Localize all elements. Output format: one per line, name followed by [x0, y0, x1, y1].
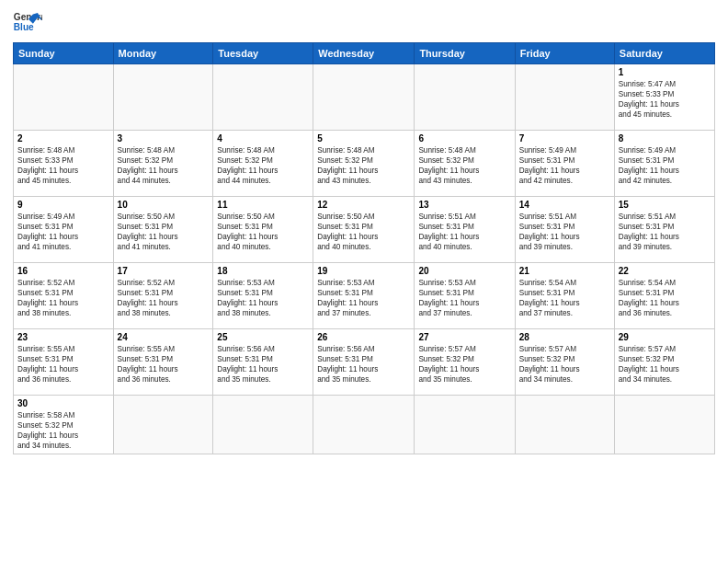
calendar-cell: 20Sunrise: 5:53 AM Sunset: 5:31 PM Dayli…: [415, 263, 515, 329]
calendar-cell: 16Sunrise: 5:52 AM Sunset: 5:31 PM Dayli…: [14, 263, 114, 329]
day-number: 29: [619, 332, 711, 342]
day-info: Sunrise: 5:48 AM Sunset: 5:32 PM Dayligh…: [317, 145, 410, 186]
day-number: 22: [619, 266, 711, 276]
calendar-table: SundayMondayTuesdayWednesdayThursdayFrid…: [13, 42, 715, 454]
day-number: 1: [619, 67, 711, 77]
day-info: Sunrise: 5:47 AM Sunset: 5:33 PM Dayligh…: [619, 79, 711, 120]
week-row-4: 23Sunrise: 5:55 AM Sunset: 5:31 PM Dayli…: [14, 329, 715, 396]
day-info: Sunrise: 5:48 AM Sunset: 5:32 PM Dayligh…: [118, 145, 210, 186]
day-number: 15: [619, 200, 711, 210]
day-number: 17: [118, 266, 210, 276]
calendar-cell: [113, 396, 213, 454]
day-info: Sunrise: 5:50 AM Sunset: 5:31 PM Dayligh…: [317, 212, 410, 252]
day-number: 10: [118, 200, 210, 210]
day-info: Sunrise: 5:48 AM Sunset: 5:32 PM Dayligh…: [418, 145, 510, 186]
day-info: Sunrise: 5:52 AM Sunset: 5:31 PM Dayligh…: [118, 278, 210, 318]
logo: General Blue: [13, 9, 42, 35]
day-info: Sunrise: 5:49 AM Sunset: 5:31 PM Dayligh…: [17, 212, 109, 252]
calendar-cell: 26Sunrise: 5:56 AM Sunset: 5:31 PM Dayli…: [313, 329, 415, 396]
day-info: Sunrise: 5:56 AM Sunset: 5:31 PM Dayligh…: [317, 344, 410, 385]
calendar-cell: [14, 64, 114, 131]
day-info: Sunrise: 5:54 AM Sunset: 5:31 PM Dayligh…: [519, 278, 610, 318]
day-info: Sunrise: 5:51 AM Sunset: 5:31 PM Dayligh…: [619, 212, 711, 252]
day-number: 27: [418, 332, 510, 342]
calendar-cell: 19Sunrise: 5:53 AM Sunset: 5:31 PM Dayli…: [313, 263, 415, 329]
calendar-cell: 15Sunrise: 5:51 AM Sunset: 5:31 PM Dayli…: [614, 197, 714, 263]
weekday-header-row: SundayMondayTuesdayWednesdayThursdayFrid…: [14, 43, 715, 64]
calendar-cell: 5Sunrise: 5:48 AM Sunset: 5:32 PM Daylig…: [313, 131, 415, 197]
calendar-cell: [515, 396, 614, 454]
day-number: 26: [317, 332, 410, 342]
header: General Blue: [13, 9, 715, 35]
day-number: 3: [118, 133, 210, 144]
page: General Blue SundayMondayTuesdayWednesda…: [0, 0, 728, 563]
day-info: Sunrise: 5:55 AM Sunset: 5:31 PM Dayligh…: [17, 344, 109, 385]
day-number: 6: [418, 133, 510, 144]
day-info: Sunrise: 5:52 AM Sunset: 5:31 PM Dayligh…: [17, 278, 109, 318]
calendar-cell: 29Sunrise: 5:57 AM Sunset: 5:32 PM Dayli…: [614, 329, 714, 396]
week-row-0: 1Sunrise: 5:47 AM Sunset: 5:33 PM Daylig…: [14, 64, 715, 131]
day-number: 4: [217, 133, 309, 144]
calendar-cell: 8Sunrise: 5:49 AM Sunset: 5:31 PM Daylig…: [614, 131, 714, 197]
calendar-cell: 14Sunrise: 5:51 AM Sunset: 5:31 PM Dayli…: [515, 197, 614, 263]
week-row-2: 9Sunrise: 5:49 AM Sunset: 5:31 PM Daylig…: [14, 197, 715, 263]
calendar-cell: 30Sunrise: 5:58 AM Sunset: 5:32 PM Dayli…: [14, 396, 114, 454]
calendar-cell: [313, 64, 415, 131]
day-number: 23: [17, 332, 109, 342]
day-number: 14: [519, 200, 610, 210]
calendar-cell: 7Sunrise: 5:49 AM Sunset: 5:31 PM Daylig…: [515, 131, 614, 197]
calendar-cell: 1Sunrise: 5:47 AM Sunset: 5:33 PM Daylig…: [614, 64, 714, 131]
day-number: 30: [17, 398, 109, 408]
calendar-cell: [614, 396, 714, 454]
day-info: Sunrise: 5:57 AM Sunset: 5:32 PM Dayligh…: [519, 344, 610, 385]
calendar-cell: 17Sunrise: 5:52 AM Sunset: 5:31 PM Dayli…: [113, 263, 213, 329]
day-number: 16: [17, 266, 109, 276]
day-info: Sunrise: 5:57 AM Sunset: 5:32 PM Dayligh…: [418, 344, 510, 385]
calendar-cell: 22Sunrise: 5:54 AM Sunset: 5:31 PM Dayli…: [614, 263, 714, 329]
day-info: Sunrise: 5:49 AM Sunset: 5:31 PM Dayligh…: [619, 145, 711, 186]
calendar-cell: 12Sunrise: 5:50 AM Sunset: 5:31 PM Dayli…: [313, 197, 415, 263]
calendar-cell: [415, 64, 515, 131]
calendar-cell: 11Sunrise: 5:50 AM Sunset: 5:31 PM Dayli…: [213, 197, 313, 263]
day-info: Sunrise: 5:56 AM Sunset: 5:31 PM Dayligh…: [217, 344, 309, 385]
calendar-cell: [213, 396, 313, 454]
day-number: 20: [418, 266, 510, 276]
day-number: 8: [619, 133, 711, 144]
day-number: 28: [519, 332, 610, 342]
day-number: 2: [17, 133, 109, 144]
day-info: Sunrise: 5:53 AM Sunset: 5:31 PM Dayligh…: [217, 278, 309, 318]
day-info: Sunrise: 5:53 AM Sunset: 5:31 PM Dayligh…: [418, 278, 510, 318]
calendar-cell: [213, 64, 313, 131]
day-number: 21: [519, 266, 610, 276]
day-info: Sunrise: 5:48 AM Sunset: 5:33 PM Dayligh…: [17, 145, 109, 186]
calendar-cell: 4Sunrise: 5:48 AM Sunset: 5:32 PM Daylig…: [213, 131, 313, 197]
day-info: Sunrise: 5:54 AM Sunset: 5:31 PM Dayligh…: [619, 278, 711, 318]
day-number: 12: [317, 200, 410, 210]
day-info: Sunrise: 5:53 AM Sunset: 5:31 PM Dayligh…: [317, 278, 410, 318]
weekday-header-sunday: Sunday: [14, 43, 114, 64]
day-number: 24: [118, 332, 210, 342]
weekday-header-saturday: Saturday: [614, 43, 714, 64]
weekday-header-thursday: Thursday: [415, 43, 515, 64]
calendar-cell: 23Sunrise: 5:55 AM Sunset: 5:31 PM Dayli…: [14, 329, 114, 396]
day-info: Sunrise: 5:51 AM Sunset: 5:31 PM Dayligh…: [519, 212, 610, 252]
day-info: Sunrise: 5:48 AM Sunset: 5:32 PM Dayligh…: [217, 145, 309, 186]
day-number: 25: [217, 332, 309, 342]
day-info: Sunrise: 5:49 AM Sunset: 5:31 PM Dayligh…: [519, 145, 610, 186]
day-number: 13: [418, 200, 510, 210]
weekday-header-friday: Friday: [515, 43, 614, 64]
calendar-cell: 13Sunrise: 5:51 AM Sunset: 5:31 PM Dayli…: [415, 197, 515, 263]
day-info: Sunrise: 5:58 AM Sunset: 5:32 PM Dayligh…: [17, 410, 109, 451]
weekday-header-tuesday: Tuesday: [213, 43, 313, 64]
calendar-cell: 3Sunrise: 5:48 AM Sunset: 5:32 PM Daylig…: [113, 131, 213, 197]
svg-text:Blue: Blue: [14, 22, 34, 32]
day-number: 5: [317, 133, 410, 144]
day-number: 9: [17, 200, 109, 210]
day-number: 7: [519, 133, 610, 144]
day-info: Sunrise: 5:50 AM Sunset: 5:31 PM Dayligh…: [217, 212, 309, 252]
week-row-3: 16Sunrise: 5:52 AM Sunset: 5:31 PM Dayli…: [14, 263, 715, 329]
calendar-cell: 28Sunrise: 5:57 AM Sunset: 5:32 PM Dayli…: [515, 329, 614, 396]
day-info: Sunrise: 5:51 AM Sunset: 5:31 PM Dayligh…: [418, 212, 510, 252]
weekday-header-monday: Monday: [113, 43, 213, 64]
calendar-cell: 9Sunrise: 5:49 AM Sunset: 5:31 PM Daylig…: [14, 197, 114, 263]
